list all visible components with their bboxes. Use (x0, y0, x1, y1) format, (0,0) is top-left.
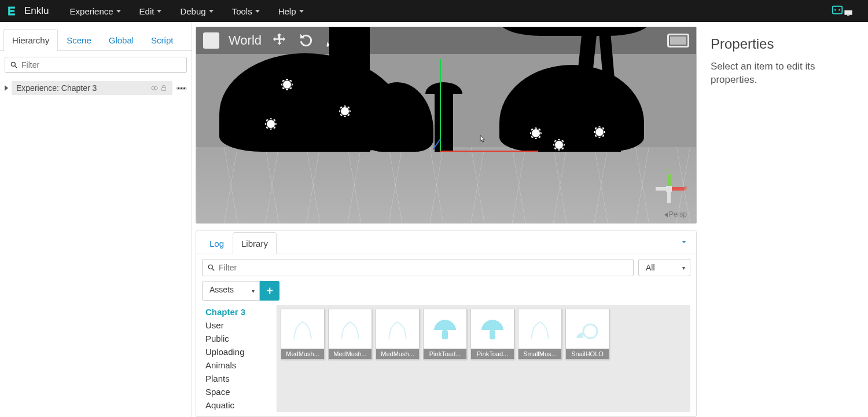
menu-help[interactable]: Help (270, 2, 312, 21)
asset-thumbnail[interactable]: MedMush... (281, 309, 325, 360)
scene-body[interactable]: y x Persp (196, 54, 696, 223)
asset-label: PinkToad... (471, 349, 514, 359)
transform-space-toggle[interactable] (203, 32, 219, 49)
category-item[interactable]: Uploading (202, 345, 277, 359)
scene-object (499, 65, 644, 152)
bottom-tabs: LogLibrary (196, 231, 696, 254)
view-gizmo[interactable]: y x (651, 171, 686, 206)
light-gizmo-icon (267, 120, 275, 128)
category-item[interactable]: Animals (202, 359, 277, 372)
hierarchy-filter[interactable] (5, 57, 187, 73)
chevron-down-icon (209, 10, 214, 13)
asset-thumbnail[interactable]: SnailHOLO (565, 309, 609, 360)
svg-rect-4 (847, 15, 849, 16)
chevron-down-icon (255, 10, 260, 13)
asset-label: MedMush... (281, 349, 324, 359)
asset-label: MedMush... (329, 349, 372, 359)
light-gizmo-icon (532, 129, 540, 137)
viewport-3d[interactable]: World (196, 27, 697, 224)
category-item[interactable]: Plants (202, 372, 277, 385)
category-item[interactable]: Chapter 3 (202, 305, 277, 319)
menu-debug[interactable]: Debug (172, 2, 221, 21)
scene-object (364, 82, 433, 152)
hierarchy-item-text: Experience: Chapter 3 (16, 83, 97, 93)
left-tabs: HierarchySceneGlobalScript (0, 29, 192, 51)
svg-point-8 (154, 87, 156, 89)
asset-grid[interactable]: MedMush...MedMush...MedMush...PinkToad..… (277, 305, 690, 412)
chevron-down-icon (680, 238, 688, 246)
asset-preview (518, 309, 561, 349)
asset-preview (329, 309, 372, 349)
category-item[interactable]: Aquatic (202, 398, 277, 412)
asset-thumbnail[interactable]: MedMush... (376, 309, 420, 360)
menubar: Enklu ExperienceEditDebugToolsHelp (0, 0, 868, 22)
library-filter[interactable] (202, 259, 634, 276)
hierarchy-list: Experience: Chapter 3 (0, 78, 192, 98)
svg-point-5 (11, 62, 15, 66)
category-list[interactable]: Chapter 3UserPublicUploadingAnimalsPlant… (202, 305, 277, 412)
light-gizmo-icon (283, 81, 291, 89)
monitor-icon (844, 9, 853, 17)
menu-experience[interactable]: Experience (62, 2, 129, 21)
panel-collapse-button[interactable] (676, 235, 692, 252)
asset-label: PinkToad... (424, 349, 466, 359)
library-filter-input[interactable] (219, 263, 628, 272)
svg-point-2 (838, 9, 840, 11)
svg-rect-12 (442, 330, 448, 339)
tab-global[interactable]: Global (100, 29, 142, 51)
asset-label: SmallMus... (518, 349, 561, 359)
asset-thumbnail[interactable]: PinkToad... (470, 309, 514, 360)
library-body: All Assets + Chapter 3UserPublicUploadin… (196, 254, 696, 416)
category-item[interactable]: Space (202, 385, 277, 398)
menu-tools[interactable]: Tools (224, 2, 268, 21)
asset-thumbnail[interactable]: MedMush... (328, 309, 372, 360)
category-item[interactable]: Public (202, 332, 277, 345)
asset-type-select[interactable]: Assets (202, 281, 260, 301)
axis-y (440, 59, 441, 152)
chevron-down-icon (299, 10, 304, 13)
move-tool-icon[interactable] (271, 32, 288, 49)
center-column: World (192, 22, 700, 417)
lock-icon[interactable] (160, 84, 168, 92)
tab-script[interactable]: Script (142, 29, 182, 51)
connection-status-icon (831, 5, 844, 17)
category-item[interactable]: User (202, 319, 277, 332)
svg-rect-0 (833, 6, 843, 14)
menu-edit[interactable]: Edit (131, 2, 170, 21)
scope-filter-select[interactable]: All (638, 259, 690, 276)
row-more-button[interactable] (176, 87, 187, 90)
fullscreen-toggle[interactable] (667, 34, 689, 47)
asset-label: MedMush... (376, 349, 419, 359)
asset-preview (376, 309, 419, 349)
svg-line-6 (15, 66, 17, 68)
tab-log[interactable]: Log (201, 232, 233, 254)
tab-hierarchy[interactable]: Hierarchy (3, 29, 58, 51)
eye-icon[interactable] (150, 84, 159, 92)
light-gizmo-icon (595, 128, 604, 136)
workspace: HierarchySceneGlobalScript Experience: C… (0, 22, 868, 417)
hierarchy-root-row[interactable]: Experience: Chapter 3 (3, 79, 188, 97)
asset-thumbnail[interactable]: PinkToad... (423, 309, 467, 360)
asset-type-value: Assets (209, 285, 234, 294)
svg-point-1 (834, 9, 836, 11)
svg-line-11 (212, 269, 215, 271)
disclosure-triangle-icon[interactable] (5, 85, 8, 91)
svg-rect-9 (162, 87, 166, 90)
rotate-tool-icon[interactable] (297, 32, 315, 49)
properties-empty-hint: Select an item to edit its properties. (711, 60, 858, 87)
add-asset-button[interactable]: + (260, 281, 279, 301)
cursor-icon (480, 135, 486, 143)
asset-preview (566, 309, 609, 349)
svg-point-10 (208, 265, 212, 269)
properties-panel: Properties Select an item to edit its pr… (700, 22, 868, 417)
asset-thumbnail[interactable]: SmallMus... (518, 309, 562, 360)
light-gizmo-icon (341, 107, 349, 115)
chevron-down-icon (157, 10, 161, 13)
camera-mode-label[interactable]: Persp (664, 210, 687, 218)
hierarchy-filter-input[interactable] (21, 60, 182, 70)
tab-scene[interactable]: Scene (58, 29, 100, 51)
hierarchy-item-label[interactable]: Experience: Chapter 3 (12, 81, 172, 95)
tab-library[interactable]: Library (233, 232, 277, 254)
chevron-down-icon (116, 10, 121, 13)
light-gizmo-icon (555, 141, 563, 149)
